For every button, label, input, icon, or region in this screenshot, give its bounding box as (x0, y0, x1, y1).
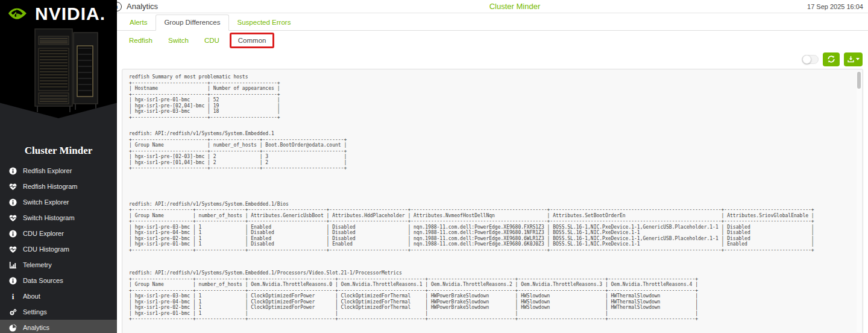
sidebar-item-label: Redfish Explorer (23, 167, 72, 174)
pie-chart-icon (9, 324, 17, 332)
sidebar-item-label: Settings (23, 308, 47, 316)
sub-tab-bar: Redfish Switch CDU Common (117, 31, 868, 49)
nvidia-wordmark: NVIDIA. (35, 4, 105, 24)
sidebar-item-label: Analytics (23, 324, 49, 331)
download-icon (847, 56, 855, 63)
ascii-table-processor-metrics: redfish: API:/redfish/v1/Systems/System.… (129, 270, 863, 322)
info-circle-icon (9, 167, 17, 175)
letter-i-icon: i (9, 293, 17, 300)
info-circle-icon (9, 198, 17, 206)
page-title: Analytics (127, 2, 158, 11)
sidebar: NVIDIA. Clust (0, 0, 117, 333)
ascii-table-problematic-hosts: redfish Summary of most problematic host… (129, 74, 863, 120)
caret-down-icon (856, 58, 860, 60)
nvidia-logo: NVIDIA. (0, 0, 117, 24)
sidebar-nav: Redfish Explorer Redfish Histogram Switc… (0, 163, 117, 333)
tab-suspected-errors[interactable]: Suspected Errors (229, 14, 300, 31)
info-circle-icon (9, 230, 17, 238)
auto-refresh-toggle[interactable] (802, 55, 819, 64)
gears-icon (9, 308, 17, 316)
app-title-center: Cluster Minder (489, 2, 541, 11)
sidebar-item-label: Redfish Histogram (23, 183, 77, 190)
sidebar-item-analytics[interactable]: Analytics (0, 320, 117, 333)
sidebar-item-redfish-explorer[interactable]: Redfish Explorer (0, 163, 117, 179)
refresh-button[interactable] (823, 52, 840, 66)
sidebar-item-label: CDU Explorer (23, 230, 64, 237)
heart-pulse-icon (9, 246, 17, 253)
bar-chart-icon (9, 261, 17, 269)
datetime-display: 17 Sep 2025 16:04 (807, 3, 863, 10)
heart-pulse-icon (9, 214, 17, 222)
sidebar-item-cdu-histogram[interactable]: CDU Histogram (0, 241, 117, 257)
annotation-highlight-box: Common (230, 33, 275, 48)
toggle-knob (802, 55, 811, 64)
heart-pulse-icon (9, 183, 17, 191)
ascii-table-system-embedded: redfish: API:/redfish/v1/Systems/System.… (129, 131, 863, 171)
tab-alerts[interactable]: Alerts (121, 14, 156, 31)
sidebar-item-about[interactable]: i About (0, 288, 117, 304)
top-header: ‹ Analytics Cluster Minder 17 Sep 2025 1… (117, 0, 868, 13)
subtab-cdu[interactable]: CDU (197, 33, 227, 48)
ascii-table-bios: redfish: API:/redfish/v1/Systems/System.… (129, 201, 863, 253)
info-circle-icon (9, 277, 17, 285)
sidebar-item-switch-explorer[interactable]: Switch Explorer (0, 194, 117, 210)
sidebar-app-title: Cluster Minder (0, 145, 117, 157)
main-tab-bar: Alerts Group Differences Suspected Error… (117, 13, 868, 31)
subtab-switch[interactable]: Switch (160, 33, 197, 48)
sidebar-item-label: Switch Explorer (23, 198, 69, 206)
nvidia-eye-icon (6, 4, 31, 24)
server-rack-image (13, 24, 104, 115)
refresh-icon (827, 55, 835, 63)
sidebar-item-switch-histogram[interactable]: Switch Histogram (0, 210, 117, 226)
sidebar-hero: NVIDIA. (0, 0, 117, 118)
sidebar-item-label: CDU Histogram (23, 246, 69, 253)
sidebar-item-redfish-histogram[interactable]: Redfish Histogram (0, 179, 117, 194)
svg-text:i: i (12, 293, 14, 300)
toolbar (117, 49, 868, 69)
results-panel: redfish Summary of most problematic host… (122, 69, 863, 333)
panel-scrollbar-thumb[interactable] (857, 72, 861, 89)
tab-group-differences[interactable]: Group Differences (156, 14, 228, 31)
sidebar-item-label: About (23, 293, 40, 300)
sidebar-item-label: Switch Histogram (23, 214, 75, 221)
subtab-common[interactable]: Common (231, 34, 273, 46)
sidebar-item-cdu-explorer[interactable]: CDU Explorer (0, 226, 117, 241)
sidebar-item-data-sources[interactable]: Data Sources (0, 273, 117, 288)
sidebar-item-label: Data Sources (23, 277, 63, 284)
sidebar-item-label: Telemetry (23, 261, 52, 268)
subtab-redfish[interactable]: Redfish (121, 33, 160, 48)
download-button[interactable] (844, 52, 863, 66)
sidebar-item-telemetry[interactable]: Telemetry (0, 257, 117, 273)
sidebar-item-settings[interactable]: Settings (0, 304, 117, 320)
main-area: ‹ Analytics Cluster Minder 17 Sep 2025 1… (117, 0, 868, 333)
panel-scrollbar[interactable] (857, 71, 861, 332)
